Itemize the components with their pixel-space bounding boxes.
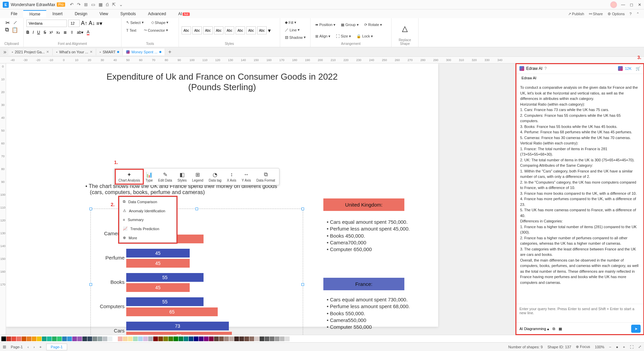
zoom-slider[interactable]: ●: [616, 345, 618, 349]
redo-icon[interactable]: ↷: [77, 2, 81, 7]
color-swatch[interactable]: [204, 336, 209, 341]
color-swatch[interactable]: [27, 336, 31, 341]
chart-tool-data-format[interactable]: ⧉Data Format: [254, 170, 278, 184]
color-swatch[interactable]: [194, 336, 198, 341]
document-tab[interactable]: ▪ SMART: [96, 49, 123, 55]
page-tab[interactable]: Page-1: [46, 344, 67, 350]
help-icon[interactable]: ?: [629, 12, 632, 16]
color-swatch[interactable]: [123, 336, 128, 341]
color-swatch[interactable]: [62, 336, 67, 341]
chart-tool-styles[interactable]: ◧Styles: [175, 170, 189, 184]
style-preset[interactable]: Abc: [236, 26, 245, 34]
color-swatch[interactable]: [6, 336, 11, 341]
color-swatch[interactable]: [37, 336, 42, 341]
canvas[interactable]: Expenditure of Uk and France on Consumer…: [6, 63, 516, 335]
dropdown-data-comparison[interactable]: ⧉Data Comparison: [119, 197, 176, 206]
color-swatch[interactable]: [82, 336, 87, 341]
chart-tool-data-tag[interactable]: ◔Data tag: [206, 170, 224, 184]
menu-design[interactable]: Design: [69, 10, 93, 17]
color-swatch[interactable]: [57, 336, 62, 341]
color-swatch[interactable]: [143, 336, 148, 341]
position-button[interactable]: ⬌ Position▾: [313, 22, 338, 28]
menu-home[interactable]: Home: [23, 10, 46, 18]
menu-advanced[interactable]: Advanced: [142, 10, 172, 17]
color-swatch[interactable]: [265, 336, 269, 341]
open-icon[interactable]: ▭: [91, 2, 95, 7]
cart-icon[interactable]: 🛒: [636, 66, 641, 71]
font-color-button[interactable]: A: [87, 30, 89, 35]
font-shrink-icon[interactable]: A↓: [89, 20, 95, 26]
strike-button[interactable]: S̶: [44, 30, 46, 35]
more-icon[interactable]: ⌄: [119, 2, 123, 7]
style-preset[interactable]: Abc: [257, 26, 267, 34]
color-swatch[interactable]: [214, 336, 219, 341]
color-swatch[interactable]: [87, 336, 92, 341]
color-swatch[interactable]: [163, 336, 168, 341]
color-swatch[interactable]: [158, 336, 163, 341]
color-swatch[interactable]: [239, 336, 244, 341]
menu-ai[interactable]: AIhot: [172, 10, 196, 17]
color-swatch[interactable]: [17, 336, 21, 341]
color-swatch[interactable]: [285, 336, 290, 341]
color-swatch[interactable]: [234, 336, 239, 341]
add-tab-button[interactable]: +: [165, 49, 175, 55]
maximize-icon[interactable]: ◻: [630, 2, 633, 7]
chart-tool-edit-data[interactable]: ✎Edit Data: [156, 170, 175, 184]
color-swatch[interactable]: [270, 336, 274, 341]
color-swatch[interactable]: [179, 336, 183, 341]
fill-button[interactable]: ◆ Fill▾: [283, 20, 298, 25]
next-page-icon[interactable]: ›: [33, 345, 35, 349]
ai-mode-select[interactable]: AI Diagramming ▴: [519, 327, 549, 331]
color-swatch[interactable]: [224, 336, 229, 341]
color-swatch[interactable]: [118, 336, 123, 341]
color-swatch[interactable]: [138, 336, 143, 341]
color-swatch[interactable]: [275, 336, 279, 341]
minimize-icon[interactable]: —: [621, 2, 625, 7]
italic-button[interactable]: I: [33, 30, 34, 35]
export-icon[interactable]: ⇱: [112, 2, 116, 7]
document-tab[interactable]: ▪ What's on Your ... ✕: [53, 49, 96, 55]
share-link[interactable]: ⚯ Share: [589, 12, 603, 16]
color-swatch[interactable]: [254, 336, 259, 341]
color-swatch[interactable]: [103, 336, 107, 341]
text-button[interactable]: T Text: [124, 27, 138, 33]
color-swatch[interactable]: [92, 336, 97, 341]
add-page-icon[interactable]: +: [39, 345, 42, 349]
style-preset[interactable]: Abc: [192, 26, 202, 34]
color-swatch[interactable]: [67, 336, 72, 341]
close-tab-icon[interactable]: ✕: [90, 50, 92, 54]
dropdown-summary[interactable]: ≡Summary: [119, 215, 176, 224]
chart-tool-chart-analysis[interactable]: ✦Chart Analysis: [116, 170, 143, 184]
connector-button[interactable]: ⤳ Connector▾: [142, 27, 170, 33]
ai-attach-icon[interactable]: ⧉: [553, 327, 555, 331]
color-swatch[interactable]: [153, 336, 158, 341]
chart-tool-legend[interactable]: ⊞Legend: [189, 170, 206, 184]
format-painter-icon[interactable]: ⟋: [12, 20, 18, 26]
prev-page-icon[interactable]: ‹: [27, 345, 29, 349]
color-swatch[interactable]: [249, 336, 254, 341]
ai-input[interactable]: [519, 307, 641, 318]
color-swatch[interactable]: [148, 336, 153, 341]
line-spacing-button[interactable]: ⇳: [70, 30, 74, 35]
style-preset[interactable]: Abc: [203, 26, 213, 34]
color-swatch[interactable]: [189, 336, 193, 341]
zoom-out-icon[interactable]: −: [609, 345, 611, 349]
color-swatch[interactable]: [72, 336, 77, 341]
size-button[interactable]: ⛶ Size▾: [334, 33, 353, 39]
rotate-button[interactable]: ⟳ Rotate▾: [362, 22, 384, 28]
styles-more-icon[interactable]: ▾: [268, 27, 271, 34]
color-swatch[interactable]: [219, 336, 224, 341]
chart-tool-y-axis[interactable]: ↔Y Axis: [239, 170, 254, 184]
color-swatch[interactable]: [108, 336, 112, 341]
dropdown-more[interactable]: ⊕More: [119, 233, 176, 242]
color-swatch[interactable]: [229, 336, 234, 341]
style-preset[interactable]: Abc: [246, 26, 256, 34]
focus-button[interactable]: ⊕ Focus: [576, 345, 590, 349]
style-preset[interactable]: Abc: [182, 26, 191, 34]
color-swatch[interactable]: [52, 336, 57, 341]
subscript-button[interactable]: x₂: [56, 30, 60, 35]
lock-button[interactable]: 🔒 Lock▾: [354, 33, 375, 39]
fullscreen-icon[interactable]: ⤢: [638, 345, 641, 349]
font-size-select[interactable]: 12: [68, 20, 80, 27]
new-icon[interactable]: ⊞: [84, 2, 88, 7]
